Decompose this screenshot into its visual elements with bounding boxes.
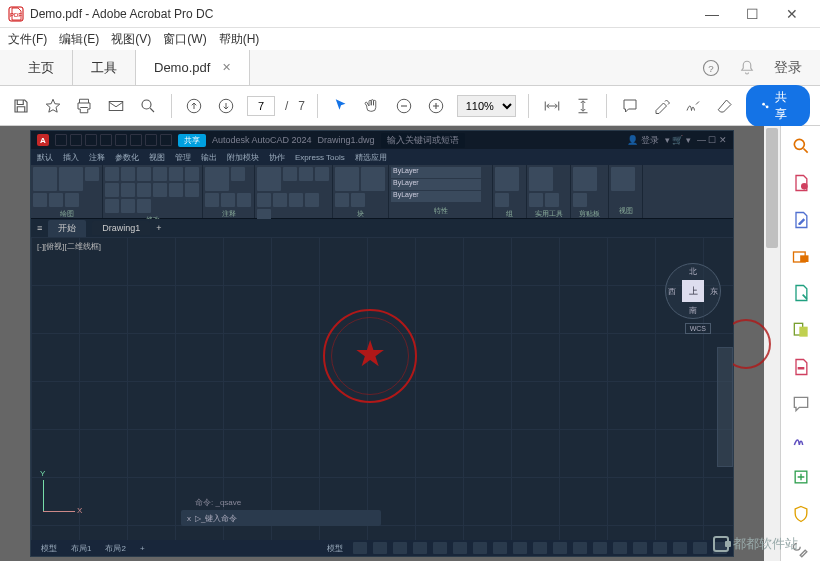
acad-viewcube: 上 北 南 西 东 (665, 263, 721, 319)
watermark-icon (713, 536, 729, 552)
menu-edit[interactable]: 编辑(E) (59, 31, 99, 48)
minimize-button[interactable]: — (692, 0, 732, 28)
tabbar: 主页 工具 Demo.pdf ✕ ? 登录 (0, 50, 820, 86)
search-button[interactable] (137, 94, 159, 118)
acad-search: 输入关键词或短语 (381, 133, 465, 148)
acad-command-history: 命令: _qsave (195, 497, 241, 508)
acad-ribbon-tabs: 默认插入注释参数化视图管理输出附加模块协作Express Tools精选应用 (31, 149, 733, 165)
acad-viewport-label: [-][俯视][二维线框] (37, 241, 101, 252)
acad-app-icon: A (37, 134, 49, 146)
toolbar-separator (606, 94, 607, 118)
tab-document[interactable]: Demo.pdf ✕ (136, 50, 250, 85)
edit-pdf-icon[interactable] (790, 210, 812, 231)
page-input[interactable] (247, 96, 275, 116)
page-sep: / (285, 99, 288, 113)
window-title: Demo.pdf - Adobe Acrobat Pro DC (30, 7, 692, 21)
svg-point-12 (794, 140, 804, 150)
pointer-tool[interactable] (330, 94, 352, 118)
toolbar-separator (171, 94, 172, 118)
comment-tool-icon[interactable] (790, 393, 812, 414)
export-pdf-icon[interactable] (790, 246, 812, 267)
organize-icon[interactable] (790, 283, 812, 304)
window-titlebar: PDF Demo.pdf - Adobe Acrobat Pro DC — ☐ … (0, 0, 820, 28)
hand-tool[interactable] (362, 94, 384, 118)
combine-icon[interactable] (790, 320, 812, 341)
maximize-button[interactable]: ☐ (732, 0, 772, 28)
right-tool-panel (780, 126, 820, 561)
fit-height-button[interactable] (572, 94, 594, 118)
create-pdf-icon[interactable] (790, 173, 812, 194)
mail-button[interactable] (105, 94, 127, 118)
acad-drawing-name: Drawing1.dwg (318, 135, 375, 145)
page-total: 7 (298, 99, 305, 113)
acad-drawing-canvas: [-][俯视][二维线框] 上 北 南 西 东 WCS ★ Y (31, 237, 733, 540)
acad-command-line: x ▷_ 键入命令 (181, 510, 381, 526)
document-viewer[interactable]: A 共享 Autodesk AutoCAD 2024 Drawing1.dwg … (0, 126, 780, 561)
help-icon[interactable]: ? (702, 59, 720, 77)
eraser-button[interactable] (714, 94, 736, 118)
tab-tools[interactable]: 工具 (73, 50, 136, 85)
acad-document-tabs: ≡ 开始 Drawing1 + (31, 219, 733, 237)
acad-quick-access (55, 134, 172, 146)
sign-button[interactable] (682, 94, 704, 118)
svg-rect-15 (800, 255, 808, 262)
tab-home[interactable]: 主页 (10, 50, 73, 85)
acad-wcs-label: WCS (685, 323, 711, 334)
stamp-seal: ★ (323, 309, 417, 403)
print-button[interactable] (73, 94, 95, 118)
protect-icon[interactable] (790, 504, 812, 525)
svg-point-11 (766, 105, 769, 108)
acad-nav-bar (717, 347, 733, 467)
acad-share-badge: 共享 (178, 134, 206, 147)
toolbar-separator (317, 94, 318, 118)
svg-point-13 (801, 183, 808, 190)
acad-statusbar: 模型 布局1 布局2 + 模型 (31, 540, 733, 556)
zoom-in-button[interactable] (425, 94, 447, 118)
highlight-button[interactable] (651, 94, 673, 118)
star-button[interactable] (42, 94, 64, 118)
comment-button[interactable] (619, 94, 641, 118)
login-link[interactable]: 登录 (774, 59, 802, 77)
next-page-button[interactable] (215, 94, 237, 118)
fill-sign-icon[interactable] (790, 430, 812, 451)
share-button[interactable]: 共享 (746, 85, 810, 127)
watermark: 都都软件站 (713, 535, 798, 553)
bell-icon[interactable] (738, 59, 756, 77)
search-in-doc-icon[interactable] (790, 136, 812, 157)
optimize-icon[interactable] (790, 467, 812, 488)
svg-point-5 (142, 100, 151, 109)
menubar: 文件(F) 编辑(E) 视图(V) 窗口(W) 帮助(H) (0, 28, 820, 50)
menu-help[interactable]: 帮助(H) (219, 31, 260, 48)
menu-view[interactable]: 视图(V) (111, 31, 151, 48)
menu-window[interactable]: 窗口(W) (163, 31, 206, 48)
star-icon: ★ (354, 336, 386, 372)
redact-icon[interactable] (790, 357, 812, 378)
main-area: A 共享 Autodesk AutoCAD 2024 Drawing1.dwg … (0, 126, 820, 561)
acad-product: Autodesk AutoCAD 2024 (212, 135, 312, 145)
acad-ribbon: 绘图 修改 注释 图层 块 ByLayerByLayerByLayer特性 组 … (31, 165, 733, 219)
fit-width-button[interactable] (541, 94, 563, 118)
toolbar: / 7 110% 共享 (0, 86, 820, 126)
pdf-page-content: A 共享 Autodesk AutoCAD 2024 Drawing1.dwg … (30, 130, 734, 557)
save-button[interactable] (10, 94, 32, 118)
tab-close-icon[interactable]: ✕ (222, 61, 231, 74)
toolbar-separator (528, 94, 529, 118)
prev-page-button[interactable] (184, 94, 206, 118)
svg-rect-18 (797, 367, 804, 370)
svg-rect-4 (109, 101, 123, 110)
close-button[interactable]: ✕ (772, 0, 812, 28)
zoom-select[interactable]: 110% (457, 95, 516, 117)
acad-titlebar: A 共享 Autodesk AutoCAD 2024 Drawing1.dwg … (31, 131, 733, 149)
menu-file[interactable]: 文件(F) (8, 31, 47, 48)
pdf-icon: PDF (8, 6, 24, 22)
svg-text:PDF: PDF (10, 12, 22, 18)
zoom-out-button[interactable] (393, 94, 415, 118)
svg-rect-17 (799, 327, 807, 337)
svg-text:?: ? (708, 62, 714, 73)
